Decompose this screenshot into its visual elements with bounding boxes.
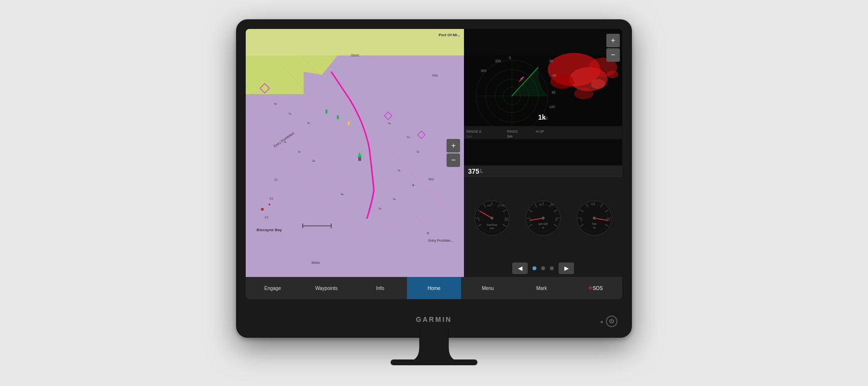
svg-text:330: 330: [495, 59, 501, 63]
home-button[interactable]: Home: [407, 277, 461, 299]
power-button[interactable]: [606, 316, 617, 327]
radar-svg: 0 330 300 30 60 90 120 150: [464, 29, 622, 165]
svg-text:90: 90: [552, 91, 556, 94]
garmin-device: 0₀ 1₁ 0₀ 0₀ 1₂ 2₃ 1₁ 0₀ 1₁ 2₁ 2₃ 1₁: [236, 19, 632, 367]
svg-point-98: [542, 217, 545, 220]
radar-panel[interactable]: 0 330 300 30 60 90 120 150: [464, 29, 622, 165]
svg-text:L/hr: L/hr: [490, 227, 494, 230]
trim-svg: Trim % 0 50 100: [575, 199, 614, 237]
svg-point-48: [607, 70, 618, 78]
map-land-patch-1: [246, 55, 304, 94]
radar-display: 0 330 300 30 60 90 120 150: [464, 29, 622, 165]
screen: 0₀ 1₁ 0₀ 0₀ 1₂ 2₃ 1₁ 0₀ 1₁ 2₁ 2₃ 1₁: [246, 29, 622, 299]
map-zoom-out-button[interactable]: −: [447, 153, 460, 167]
svg-text:RINGS: RINGS: [507, 130, 518, 133]
radar-zoom-controls: + −: [606, 34, 620, 62]
power-led: [601, 321, 603, 323]
svg-text:Fuel Flow: Fuel Flow: [487, 223, 497, 226]
svg-text:21/2: 21/2: [466, 135, 472, 138]
svg-text:RANGE A: RANGE A: [466, 130, 481, 133]
waypoints-button[interactable]: Waypoints: [299, 277, 353, 299]
svg-text:30: 30: [549, 59, 553, 63]
svg-point-117: [593, 217, 596, 220]
device-body: 0₀ 1₁ 0₀ 0₀ 1₂ 2₃ 1₁ 0₀ 1₁ 2₁ 2₃ 1₁: [236, 19, 632, 338]
svg-text:50: 50: [591, 203, 594, 206]
svg-text:0: 0: [581, 219, 582, 221]
rpm-gauge: rpm×100 N 0 40 60 70: [524, 199, 562, 237]
info-button[interactable]: Info: [353, 277, 407, 299]
screen-content: 0₀ 1₁ 0₀ 0₀ 1₂ 2₃ 1₁ 0₀ 1₁ 2₁ 2₃ 1₁: [246, 29, 622, 277]
page-dot-2: [541, 266, 545, 270]
menu-button[interactable]: Menu: [461, 277, 515, 299]
svg-text:H-UP: H-UP: [536, 130, 544, 133]
svg-text:Trim: Trim: [592, 222, 597, 225]
sos-button[interactable]: ✛ SOS: [569, 277, 622, 299]
svg-point-47: [591, 79, 605, 89]
trim-gauge: Trim % 0 50 100: [575, 199, 614, 237]
svg-text:100: 100: [487, 204, 491, 207]
svg-text:70: 70: [555, 219, 558, 221]
map-zoom-in-button[interactable]: +: [447, 139, 460, 152]
screen-bezel: 0₀ 1₁ 0₀ 0₀ 1₂ 2₃ 1₁ 0₀ 1₁ 2₁ 2₃ 1₁: [246, 29, 622, 299]
svg-text:300: 300: [504, 219, 509, 221]
svg-text:60: 60: [551, 203, 554, 206]
svg-text:rpm×100: rpm×100: [538, 222, 548, 225]
garmin-logo: GARMIN: [416, 316, 452, 323]
fuel-value: 375: [468, 167, 479, 175]
page-dot-3: [550, 266, 554, 270]
svg-text:1m: 1m: [507, 134, 513, 138]
gauges-panel: 375 L: [464, 165, 622, 277]
rpm-svg: rpm×100 N 0 40 60 70: [524, 199, 562, 237]
svg-point-46: [574, 88, 594, 99]
sos-cross-icon: ✛: [588, 285, 593, 291]
fuel-bar: 375 L: [464, 165, 622, 177]
svg-text:%: %: [593, 226, 596, 229]
svg-text:40: 40: [539, 203, 542, 206]
radar-zoom-out-button[interactable]: −: [606, 48, 620, 62]
gauges-row: Fuel Flow L/hr 0 100 180 300: [464, 177, 622, 260]
page-dot-1: [532, 266, 536, 270]
power-icon: [609, 318, 615, 324]
map-land-top: [246, 29, 464, 58]
svg-text:0: 0: [478, 219, 480, 221]
svg-text:120: 120: [549, 105, 555, 109]
fuel-flow-gauge: Fuel Flow L/hr 0 100 180 300: [473, 199, 511, 237]
svg-rect-123: [391, 359, 477, 365]
device-stand: [362, 328, 506, 367]
stand-svg: [362, 328, 506, 367]
svg-text:0: 0: [509, 56, 511, 59]
next-page-button[interactable]: ▶: [559, 262, 574, 274]
right-panel: 0 330 300 30 60 90 120 150: [464, 29, 622, 277]
svg-text:60: 60: [553, 74, 557, 77]
nav-bar: Engage Waypoints Info Home Menu: [246, 277, 622, 299]
svg-text:N: N: [542, 226, 544, 229]
svg-text:300: 300: [481, 69, 487, 72]
svg-text:100: 100: [606, 219, 610, 221]
map-zoom-controls: + −: [447, 139, 460, 167]
svg-point-79: [490, 217, 493, 220]
mark-button[interactable]: Mark: [515, 277, 568, 299]
engage-button[interactable]: Engage: [246, 277, 299, 299]
svg-text:0: 0: [530, 219, 531, 221]
fuel-flow-svg: Fuel Flow L/hr 0 100 180 300: [473, 199, 511, 237]
fuel-unit: L: [480, 168, 483, 174]
map-panel[interactable]: 0₀ 1₁ 0₀ 0₀ 1₂ 2₃ 1₁ 0₀ 1₁ 2₁ 2₃ 1₁: [246, 29, 464, 277]
pagination-row: ◀ ▶: [464, 260, 622, 277]
svg-text:180: 180: [501, 204, 505, 207]
prev-page-button[interactable]: ◀: [512, 262, 528, 274]
radar-zoom-in-button[interactable]: +: [606, 34, 620, 47]
svg-text:1k: 1k: [538, 113, 546, 121]
